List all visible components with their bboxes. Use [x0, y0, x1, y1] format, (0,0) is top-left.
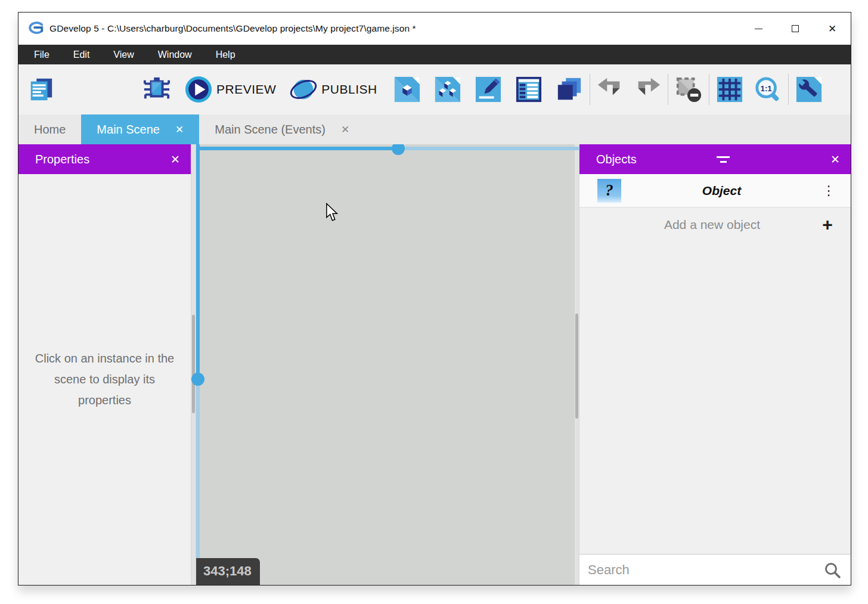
debug-button[interactable]	[142, 75, 171, 104]
tab-main-scene-label: Main Scene	[97, 123, 160, 137]
canvas-left-scrollbar[interactable]	[191, 144, 196, 585]
objects-close-icon[interactable]: ✕	[830, 153, 840, 166]
game-window-resize-handle-left[interactable]	[191, 373, 204, 386]
publish-globe-icon	[290, 76, 317, 103]
objects-list-icon	[434, 76, 461, 103]
preview-play-icon	[185, 76, 212, 103]
menu-window[interactable]: Window	[158, 49, 192, 60]
object-options-menu-icon[interactable]: ⋮	[822, 183, 835, 199]
gdevelop-logo-icon	[27, 20, 45, 38]
object-search-bar	[579, 554, 851, 585]
tab-main-scene-events-close-icon[interactable]: ✕	[341, 123, 349, 136]
edit-scene-button[interactable]	[474, 75, 503, 104]
tab-home[interactable]: Home	[18, 114, 81, 144]
object-list-item[interactable]: ? Object ⋮	[579, 174, 851, 207]
publish-label[interactable]: PUBLISH	[321, 82, 377, 97]
minimize-button[interactable]	[740, 13, 777, 45]
menu-file[interactable]: File	[34, 49, 49, 60]
app-window: GDevelop 5 - C:\Users\charburg\Documents…	[18, 12, 851, 586]
events-sheet-icon	[515, 76, 542, 103]
properties-panel-title: Properties	[35, 153, 89, 166]
layers-button[interactable]	[555, 75, 584, 104]
properties-panel-header: Properties ✕	[18, 144, 191, 174]
toolbar-separator	[668, 74, 668, 105]
properties-close-icon[interactable]: ✕	[170, 153, 180, 166]
editor-tab-bar: Home Main Scene ✕ Main Scene (Events) ✕	[18, 114, 851, 144]
canvas-right-scrollbar[interactable]	[575, 144, 579, 585]
undo-button[interactable]	[596, 75, 625, 104]
search-icon[interactable]	[823, 561, 841, 579]
canvas-right-scrollbar-thumb[interactable]	[575, 314, 578, 419]
zoom-1-1-icon: 1:1	[754, 76, 782, 103]
game-window-border-top-faded	[398, 147, 579, 150]
project-manager-icon	[27, 76, 55, 103]
objects-panel-header: Objects ✕	[579, 144, 851, 174]
toolbar-separator	[788, 74, 789, 105]
redo-button[interactable]	[633, 75, 662, 104]
game-window-border-left	[196, 144, 200, 379]
redo-icon	[634, 76, 661, 103]
publish-button[interactable]	[289, 75, 318, 104]
title-bar: GDevelop 5 - C:\Users\charburg\Documents…	[18, 13, 851, 45]
grid-icon	[716, 76, 743, 103]
game-window-resize-handle-top[interactable]	[392, 144, 405, 155]
toggle-grid-button[interactable]	[715, 75, 744, 104]
add-new-object-row[interactable]: Add a new object +	[579, 207, 851, 242]
deselect-instances-icon	[675, 76, 702, 103]
window-title: GDevelop 5 - C:\Users\charburg\Documents…	[49, 23, 416, 34]
object-name: Object	[621, 184, 822, 198]
tab-main-scene-events-label: Main Scene (Events)	[215, 123, 326, 137]
menu-edit[interactable]: Edit	[73, 49, 90, 60]
menu-bar: File Edit View Window Help	[18, 45, 851, 64]
tab-main-scene[interactable]: Main Scene ✕	[81, 114, 199, 144]
menu-view[interactable]: View	[113, 49, 134, 60]
menu-help[interactable]: Help	[216, 49, 235, 60]
maximize-button[interactable]	[777, 13, 814, 45]
close-button[interactable]: ✕	[814, 13, 851, 45]
toolbar-separator	[590, 74, 590, 105]
project-manager-button[interactable]	[27, 75, 55, 104]
tab-home-label: Home	[34, 123, 66, 137]
object-search-input[interactable]	[579, 562, 823, 578]
tab-main-scene-events[interactable]: Main Scene (Events) ✕	[199, 114, 365, 144]
layers-icon	[556, 76, 583, 103]
scene-settings-button[interactable]	[795, 75, 823, 104]
close-icon: ✕	[828, 24, 836, 34]
toolbar-separator	[709, 74, 709, 105]
scene-editor-icon	[393, 76, 421, 103]
maximize-icon	[792, 25, 799, 32]
undo-icon	[597, 76, 624, 103]
add-object-plus-icon[interactable]: +	[819, 215, 836, 235]
objects-list-empty-area	[579, 242, 851, 554]
objects-list-button[interactable]	[433, 75, 462, 104]
filter-icon[interactable]	[717, 156, 730, 163]
scene-canvas[interactable]: 343;148	[191, 144, 579, 585]
cursor-coordinates-tooltip: 343;148	[196, 558, 260, 585]
wrench-icon	[795, 76, 823, 103]
mouse-cursor	[324, 203, 340, 222]
preview-label[interactable]: PREVIEW	[216, 82, 276, 97]
canvas-left-scrollbar-thumb[interactable]	[192, 315, 195, 413]
game-window-border-top	[196, 147, 398, 150]
deselect-button[interactable]	[674, 75, 703, 104]
preview-button[interactable]	[184, 75, 213, 104]
edit-pencil-icon	[475, 76, 502, 103]
properties-panel: Properties ✕ Click on an instance in the…	[18, 144, 191, 585]
objects-panel-title: Objects	[596, 153, 637, 166]
game-window-border-left-faded	[196, 379, 200, 585]
add-new-object-label: Add a new object	[579, 218, 819, 232]
tab-main-scene-close-icon[interactable]: ✕	[175, 123, 184, 136]
main-toolbar: PREVIEW PUBLISH	[18, 64, 851, 114]
events-sheet-button[interactable]	[514, 75, 543, 104]
properties-empty-message: Click on an instance in the scene to dis…	[18, 174, 191, 585]
object-thumbnail-icon: ?	[597, 179, 621, 203]
objects-panel: Objects ✕ ? Object ⋮ Add a new object +	[579, 144, 851, 585]
minimize-icon	[755, 29, 762, 29]
scene-editor-button[interactable]	[393, 75, 421, 104]
zoom-1-1-button[interactable]: 1:1	[754, 75, 782, 104]
svg-text:1:1: 1:1	[760, 84, 772, 93]
debug-icon	[143, 76, 170, 103]
